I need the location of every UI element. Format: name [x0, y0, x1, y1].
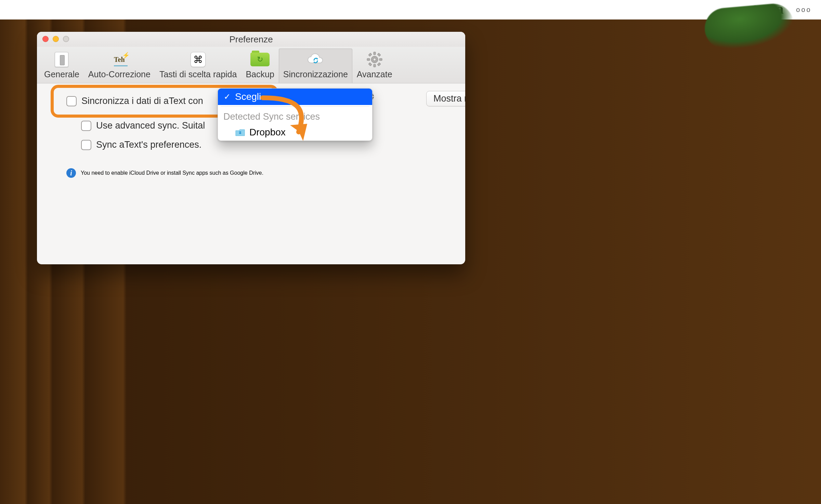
advanced-sync-row: Use advanced sync. Suital — [81, 119, 205, 132]
window-title: Preferenze — [229, 34, 273, 45]
preferences-toolbar: Generale Teh Auto-Correzione ⌘ Tasti di … — [37, 47, 465, 83]
advanced-sync-label: Use advanced sync. Suital — [96, 120, 205, 131]
sync-prefs-row: Sync aText's preferences. — [81, 138, 201, 151]
svg-point-11 — [373, 58, 376, 61]
toolbar-tab-backup[interactable]: ↻ Backup — [241, 49, 278, 83]
info-text: You need to enable iCloud Drive or insta… — [81, 170, 263, 176]
toolbar-tab-label: Generale — [44, 69, 79, 79]
svg-rect-7 — [368, 53, 372, 56]
dropdown-option-label: Scegli… — [235, 91, 271, 102]
autocorrect-icon: Teh — [114, 56, 125, 64]
toolbar-tab-label: Auto-Correzione — [88, 69, 151, 79]
svg-rect-9 — [368, 63, 372, 66]
window-traffic-lights — [42, 36, 69, 42]
info-row: i You need to enable iCloud Drive or ins… — [66, 168, 263, 178]
sync-data-label: Sincronizza i dati di aText con — [81, 96, 203, 106]
dropdown-option-scegli[interactable]: ✓ Scegli… — [218, 89, 372, 105]
dropdown-option-label: Dropbox — [249, 127, 286, 138]
toolbar-tab-label: Sincronizzazione — [283, 69, 348, 79]
sync-data-row: Sincronizza i dati di aText con — [66, 94, 203, 108]
sync-service-dropdown: ✓ Scegli… Detected Sync services Dropbox — [218, 88, 373, 141]
show-in-finder-button[interactable]: Mostra nel Finder — [426, 91, 465, 106]
minimize-window-button[interactable] — [53, 36, 59, 42]
menu-separator — [221, 106, 369, 107]
toolbar-tab-label: Backup — [246, 69, 274, 79]
command-key-icon: ⌘ — [191, 52, 206, 67]
sync-data-checkbox[interactable] — [66, 96, 77, 106]
toolbar-tab-label: Avanzate — [357, 69, 392, 79]
advanced-sync-checkbox[interactable] — [81, 121, 91, 131]
svg-rect-3 — [374, 52, 376, 55]
sync-prefs-checkbox[interactable] — [81, 140, 91, 150]
svg-rect-4 — [374, 64, 376, 67]
sync-prefs-label: Sync aText's preferences. — [96, 140, 201, 150]
cloud-sync-icon — [306, 53, 325, 66]
switch-icon — [55, 52, 68, 67]
sync-preferences-pane: Sincronizza i dati di aText con Use adva… — [37, 83, 465, 256]
toolbar-tab-label: Tasti di scelta rapida — [159, 69, 237, 79]
checkmark-icon: ✓ — [223, 92, 231, 102]
dropbox-folder-icon — [235, 128, 245, 137]
dropdown-section-header: Detected Sync services — [218, 108, 372, 124]
page-top-toolbar: a ooo — [0, 0, 821, 19]
dropdown-option-dropbox[interactable]: Dropbox — [218, 124, 372, 141]
toolbar-tab-auto-correzione[interactable]: Teh Auto-Correzione — [84, 49, 155, 83]
preferences-window: Preferenze Generale Teh Auto-Correzione … — [37, 32, 465, 264]
more-icon[interactable]: ooo — [797, 3, 811, 17]
toolbar-tab-avanzate[interactable]: Avanzate — [352, 49, 397, 83]
window-titlebar[interactable]: Preferenze — [37, 32, 465, 47]
info-icon: i — [66, 168, 76, 178]
svg-rect-10 — [377, 63, 381, 66]
svg-rect-5 — [367, 58, 370, 61]
toolbar-tab-sincronizzazione[interactable]: Sincronizzazione — [279, 49, 352, 83]
backup-folder-icon: ↻ — [250, 53, 270, 66]
toolbar-tab-tasti-scelta-rapida[interactable]: ⌘ Tasti di scelta rapida — [155, 49, 242, 83]
close-window-button[interactable] — [42, 36, 49, 42]
svg-rect-6 — [379, 58, 382, 61]
zoom-window-button[interactable] — [63, 36, 69, 42]
svg-rect-8 — [377, 53, 381, 56]
toolbar-tab-generale[interactable]: Generale — [40, 49, 84, 83]
gear-icon — [365, 51, 384, 68]
